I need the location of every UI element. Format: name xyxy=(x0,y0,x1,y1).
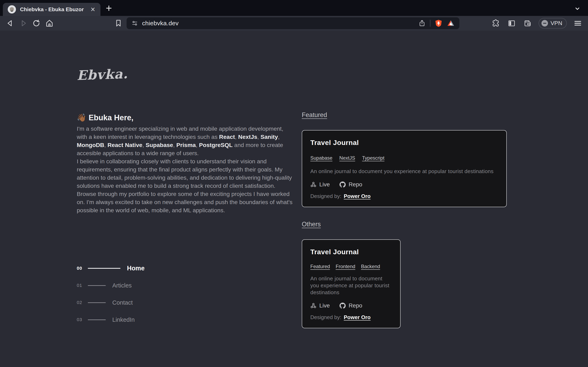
nav-item-contact[interactable]: 02 Contact xyxy=(77,299,145,307)
bat-triangle-icon[interactable] xyxy=(447,19,455,27)
project-title: Travel Journal xyxy=(310,139,498,147)
nav-number: 00 xyxy=(77,266,85,271)
project-tag[interactable]: Backend xyxy=(361,264,380,269)
wallet-button[interactable] xyxy=(523,18,532,28)
live-link[interactable]: Live xyxy=(310,302,330,309)
project-tag[interactable]: Supabase xyxy=(310,155,332,161)
vpn-label: VPN xyxy=(550,20,562,26)
chevron-down-icon[interactable] xyxy=(574,5,581,12)
project-description: An online journal to document you experi… xyxy=(310,275,392,296)
nav-label[interactable]: LinkedIn xyxy=(112,317,135,323)
featured-heading[interactable]: Featured xyxy=(302,111,327,119)
github-icon xyxy=(339,182,346,188)
tune-icon[interactable] xyxy=(131,20,138,27)
site-logo[interactable]: Ebvka. xyxy=(77,66,128,83)
forward-button[interactable] xyxy=(18,18,28,28)
designer-link[interactable]: Power Oro xyxy=(344,193,371,200)
nav-number: 02 xyxy=(77,300,85,305)
nav-label[interactable]: Contact xyxy=(112,299,133,306)
url-text[interactable]: chiebvka.dev xyxy=(142,20,415,27)
project-tag[interactable]: NextJS xyxy=(339,155,355,161)
intro-section: 👋🏾 Ebuka Here, I'm a software engineer s… xyxy=(77,113,293,214)
close-icon[interactable]: × xyxy=(90,6,96,13)
webhook-icon xyxy=(310,182,316,188)
brave-shield-icon[interactable] xyxy=(434,19,443,27)
designer-link[interactable]: Power Oro xyxy=(344,314,371,320)
intro-paragraph-3: Browse through my portfolio to explore s… xyxy=(77,190,293,214)
designed-by-label: Designed by: xyxy=(310,193,341,200)
featured-project-card[interactable]: Travel Journal Supabase NextJS Typescrip… xyxy=(302,130,507,207)
project-title: Travel Journal xyxy=(310,248,392,256)
hamburger-menu-icon[interactable] xyxy=(573,18,583,28)
nav-line xyxy=(88,319,106,320)
new-tab-button[interactable]: + xyxy=(106,3,112,13)
reload-button[interactable] xyxy=(31,18,41,28)
divider xyxy=(430,20,430,27)
browser-tab[interactable]: Chiebvka - Ebuka Ebuzor × xyxy=(3,3,100,16)
tab-strip: Chiebvka - Ebuka Ebuzor × + xyxy=(0,0,588,16)
project-tag[interactable]: Typescript xyxy=(362,155,384,161)
nav-item-articles[interactable]: 01 Articles xyxy=(77,281,145,290)
projects-column: Featured Travel Journal Supabase NextJS … xyxy=(302,111,507,328)
intro-paragraph-1: I'm a software engineer specializing in … xyxy=(77,125,293,157)
repo-link[interactable]: Repo xyxy=(339,302,362,309)
repo-label: Repo xyxy=(348,181,362,188)
nav-label[interactable]: Home xyxy=(127,265,145,272)
repo-link[interactable]: Repo xyxy=(339,181,362,188)
back-button[interactable] xyxy=(5,18,15,28)
nav-item-home[interactable]: 00 Home xyxy=(77,264,145,272)
live-label: Live xyxy=(319,302,330,309)
webhook-icon xyxy=(310,303,316,309)
github-icon xyxy=(339,303,346,309)
nav-line xyxy=(88,285,106,286)
nav-item-linkedin[interactable]: 03 LinkedIn xyxy=(77,316,145,324)
project-tag[interactable]: Featured xyxy=(310,264,330,269)
share-icon[interactable] xyxy=(418,19,426,27)
nav-number: 03 xyxy=(77,317,85,322)
live-label: Live xyxy=(319,181,330,188)
memoji-avatar-icon xyxy=(7,5,16,14)
bookmark-icon[interactable] xyxy=(113,18,123,28)
intro-heading: 👋🏾 Ebuka Here, xyxy=(77,113,293,122)
tab-title: Chiebvka - Ebuka Ebuzor xyxy=(20,6,86,13)
live-link[interactable]: Live xyxy=(310,181,330,188)
project-tag[interactable]: Frontend xyxy=(336,264,355,269)
nav-line xyxy=(88,268,121,269)
browser-toolbar: chiebvka.dev xyxy=(0,16,588,31)
vpn-button[interactable]: VPN xyxy=(539,18,567,29)
nav-line xyxy=(88,302,106,303)
page-nav: 00 Home 01 Articles 02 Contact 03 Linked… xyxy=(77,264,145,333)
repo-label: Repo xyxy=(348,302,362,309)
other-project-card[interactable]: Travel Journal Featured Frontend Backend… xyxy=(302,239,401,328)
nav-label[interactable]: Articles xyxy=(112,282,132,289)
project-description: An online journal to document you experi… xyxy=(310,168,498,175)
intro-paragraph-2: I believe in collaborating closely with … xyxy=(77,157,293,190)
vpn-status-icon xyxy=(541,20,548,26)
others-heading[interactable]: Others xyxy=(302,221,321,228)
designed-by-label: Designed by: xyxy=(310,314,341,320)
nav-number: 01 xyxy=(77,283,85,288)
home-button[interactable] xyxy=(44,18,54,28)
page-body: Ebvka. 👋🏾 Ebuka Here, I'm a software eng… xyxy=(0,31,588,367)
url-bar[interactable]: chiebvka.dev xyxy=(127,17,459,29)
extensions-button[interactable] xyxy=(491,18,501,28)
sidebar-button[interactable] xyxy=(507,18,517,28)
